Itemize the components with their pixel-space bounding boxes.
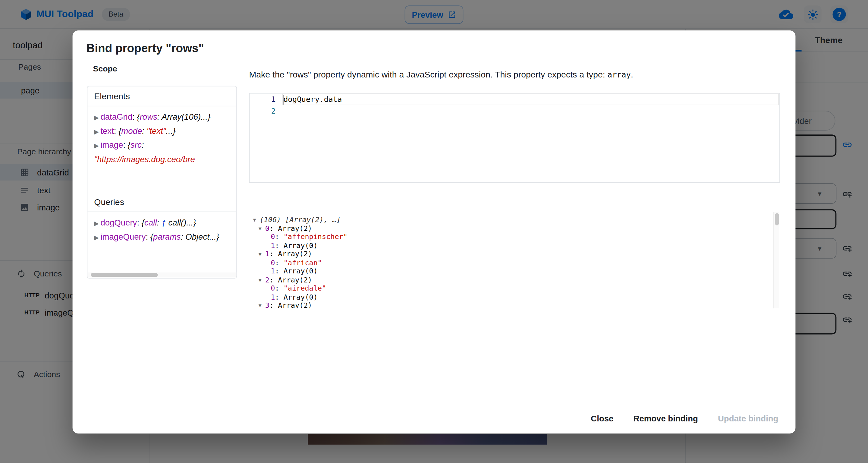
token: : Array(2) <box>270 250 312 258</box>
token: call()...} <box>168 218 196 227</box>
token: src <box>130 140 142 150</box>
tree-row: 0: "affenpinscher" <box>249 233 780 241</box>
token: : Array(0) <box>275 267 318 275</box>
scope-label: Scope <box>93 64 117 73</box>
current-line-highlight <box>282 93 779 105</box>
expand-arrow-icon: ▶ <box>94 128 100 135</box>
token: : <box>275 233 283 241</box>
token: { <box>150 232 153 241</box>
token: : <box>157 218 161 227</box>
tree-row[interactable]: ▼(106) [Array(2), …] <box>249 215 780 224</box>
token: : Array(2) <box>270 224 312 233</box>
token: params <box>153 232 181 241</box>
token: 2 <box>265 276 270 284</box>
token: "african" <box>284 258 322 267</box>
json-tree: ▼(106) [Array(2), …]▼0: Array(2)0: "affe… <box>249 212 780 308</box>
token: 1 <box>271 241 275 250</box>
expected-type: array <box>608 70 631 79</box>
token: dataGrid <box>100 112 132 121</box>
tree-row[interactable]: ▼1: Array(2) <box>249 250 780 258</box>
tree-row[interactable]: ▼3: Array(2) <box>249 301 780 308</box>
token: "text" <box>147 126 166 135</box>
remove-binding-button[interactable]: Remove binding <box>627 410 704 426</box>
line-number: 2 <box>250 106 276 115</box>
token: "affenpinscher" <box>284 233 347 241</box>
token: 1 <box>271 267 275 275</box>
token: : <box>142 126 147 135</box>
token: : <box>275 284 283 292</box>
dialog-title: Bind property "rows" <box>87 41 204 55</box>
tree-row: 1: Array(0) <box>249 267 780 275</box>
token: imageQuery <box>100 232 146 241</box>
text-cursor <box>283 95 284 104</box>
token: : Array(0) <box>275 293 318 301</box>
tree-row: 1: Array(0) <box>249 241 780 250</box>
token: : <box>275 258 283 267</box>
editor-code: dogQuery.data <box>283 95 342 104</box>
expand-arrow-icon: ▶ <box>94 114 100 121</box>
dialog-footer: Close Remove binding Update binding <box>585 410 784 426</box>
dialog-description: Make the "rows" property dynamic with a … <box>249 70 633 80</box>
elements-header: Elements <box>87 87 236 106</box>
token: 0 <box>271 258 275 267</box>
tree-row: 0: "airedale" <box>249 284 780 292</box>
token: image <box>100 140 123 150</box>
token: text <box>100 126 114 135</box>
horizontal-scrollbar[interactable] <box>88 273 237 278</box>
scope-entry-datagrid[interactable]: ▶ dataGrid: {rows: Array(106)...} <box>94 110 230 124</box>
close-button[interactable]: Close <box>585 410 619 426</box>
expand-arrow-icon: ▶ <box>94 234 100 241</box>
tree-row: 0: "african" <box>249 258 780 267</box>
update-binding-button[interactable]: Update binding <box>712 410 784 426</box>
token: ...} <box>166 126 176 135</box>
tree-row[interactable]: ▼2: Array(2) <box>249 276 780 284</box>
token: : <box>132 112 137 121</box>
expand-arrow-icon[interactable]: ▼ <box>258 224 265 233</box>
expression-result-preview: ▼(106) [Array(2), …]▼0: Array(2)0: "affe… <box>249 212 780 308</box>
token: : Array(2) <box>270 301 312 308</box>
tree-row: 1: Array(0) <box>249 293 780 301</box>
expand-arrow-icon[interactable]: ▼ <box>258 302 265 308</box>
token: 3 <box>265 301 270 308</box>
token: 0 <box>265 224 270 233</box>
token: { <box>119 126 121 135</box>
editor-line[interactable]: 1 dogQuery.data <box>250 93 779 105</box>
token: "https://images.dog.ceo/bre <box>94 154 195 164</box>
expand-arrow-icon[interactable]: ▼ <box>253 216 259 224</box>
bind-property-dialog: Bind property "rows" Scope Elements ▶ da… <box>73 30 796 433</box>
scrollbar-thumb[interactable] <box>775 213 779 225</box>
scope-entry-image[interactable]: ▶ image: {src: "https://images.dog.ceo/b… <box>94 138 230 166</box>
token: call <box>144 218 157 227</box>
token: (106) [Array(2), …] <box>259 215 341 224</box>
token: ƒ <box>161 218 168 227</box>
editor-line[interactable]: 2 <box>250 105 779 116</box>
scope-entry-dogquery[interactable]: ▶ dogQuery: {call: ƒ call()...} <box>94 216 230 230</box>
scrollbar-thumb[interactable] <box>91 273 158 277</box>
token: : <box>114 126 119 135</box>
line-number: 1 <box>250 95 276 104</box>
token: : <box>123 140 127 150</box>
token: : Object...} <box>181 232 219 241</box>
token: : <box>137 218 141 227</box>
queries-header: Queries <box>87 192 236 212</box>
token: : <box>146 232 150 241</box>
expand-arrow-icon: ▶ <box>94 142 100 149</box>
vertical-scrollbar[interactable] <box>773 212 779 308</box>
expand-arrow-icon[interactable]: ▼ <box>258 276 265 284</box>
token: 1 <box>265 250 270 258</box>
scope-entry-imagequery[interactable]: ▶ imageQuery: {params: Object...} <box>94 230 230 244</box>
scope-browser: Elements ▶ dataGrid: {rows: Array(106)..… <box>87 86 237 279</box>
token: : <box>142 140 144 150</box>
app-root: MUI Toolpad Beta Preview ? <box>0 0 868 463</box>
expression-editor[interactable]: 1 dogQuery.data 2 <box>249 93 780 183</box>
token: : Array(106)...} <box>157 112 211 121</box>
token: 0 <box>271 284 275 292</box>
queries-list: ▶ dogQuery: {call: ƒ call()...} ▶ imageQ… <box>87 212 236 265</box>
token: { <box>128 140 130 150</box>
scope-entry-text[interactable]: ▶ text: {mode: "text"...} <box>94 124 230 138</box>
expand-arrow-icon: ▶ <box>94 220 100 226</box>
token: mode <box>121 126 142 135</box>
expand-arrow-icon[interactable]: ▼ <box>258 250 265 259</box>
token: : Array(2) <box>270 276 312 284</box>
tree-row[interactable]: ▼0: Array(2) <box>249 224 780 233</box>
